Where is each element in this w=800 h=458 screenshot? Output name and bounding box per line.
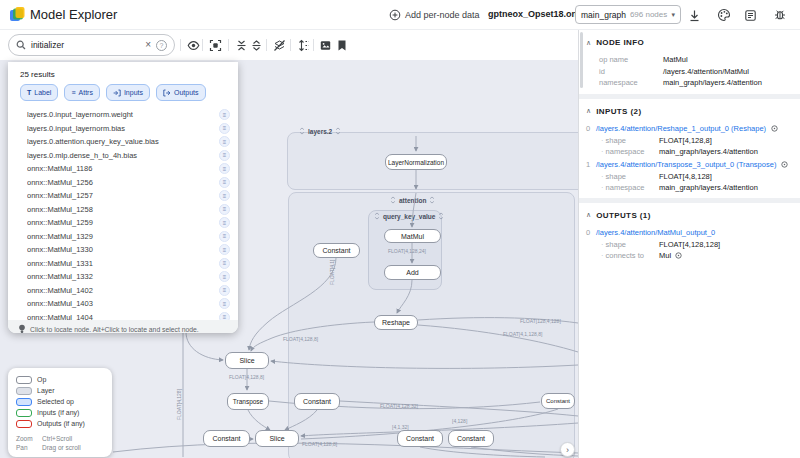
legend-selected-op-swatch xyxy=(16,398,32,406)
locate-node-icon[interactable]: ≡ xyxy=(219,285,230,296)
filter-chip-inputs[interactable]: Inputs xyxy=(106,84,150,101)
list-item[interactable]: onnx::MatMul_1402≡ xyxy=(8,284,238,298)
node-info-section-header[interactable]: ∧ NODE INFO xyxy=(586,36,800,49)
list-item[interactable]: onnx::MatMul_1259≡ xyxy=(8,216,238,230)
search-results-list: layers.0.input_layernorm.weight≡ layers.… xyxy=(8,108,238,320)
locate-node-icon[interactable]: ≡ xyxy=(219,298,230,309)
graph-node-constant[interactable]: Constant xyxy=(397,430,443,447)
list-item[interactable]: onnx::MatMul_1258≡ xyxy=(8,203,238,217)
locate-node-icon[interactable]: ≡ xyxy=(219,217,230,228)
outputs-section-header[interactable]: ∧ OUTPUTS (1) xyxy=(586,209,800,222)
graph-node-reshape[interactable]: Reshape xyxy=(374,315,418,330)
graph-node-slice[interactable]: Slice xyxy=(225,352,269,369)
locate-node-icon[interactable]: ≡ xyxy=(219,150,230,161)
download-png-button[interactable] xyxy=(318,38,332,52)
locate-node-icon[interactable]: ≡ xyxy=(219,271,230,282)
panel-collapse-button[interactable]: › xyxy=(560,442,575,457)
search-help-icon[interactable]: ? xyxy=(156,40,167,51)
locate-node-icon[interactable]: ≡ xyxy=(219,123,230,134)
locate-node-icon[interactable]: ≡ xyxy=(219,244,230,255)
locate-node-icon[interactable]: ≡ xyxy=(219,177,230,188)
node-info-row: id/layers.4/attention/MatMul xyxy=(599,66,800,78)
input-node-link[interactable]: /layers.4/attention/Transpose_3_output_0… xyxy=(596,160,776,169)
clear-search-icon[interactable]: × xyxy=(145,40,151,50)
add-per-node-data-button[interactable]: Add per-node data xyxy=(389,5,480,25)
graph-node-matmul[interactable]: MatMul xyxy=(384,229,441,243)
flatten-layers-button[interactable] xyxy=(272,38,286,52)
flag-bookmark-button[interactable] xyxy=(335,38,349,52)
list-item[interactable]: onnx::MatMul_1404≡ xyxy=(8,311,238,321)
list-item[interactable]: onnx::MatMul_1256≡ xyxy=(8,176,238,190)
trace-io-button[interactable] xyxy=(296,38,310,52)
chevron-up-icon: ∧ xyxy=(586,39,591,47)
node-info-row: namespacemain_graph/layers.4/attention xyxy=(599,77,800,89)
locate-node-icon[interactable]: ≡ xyxy=(219,204,230,215)
list-item[interactable]: onnx::MatMul_1186≡ xyxy=(8,162,238,176)
expand-all-layers-button[interactable] xyxy=(249,38,263,52)
graph-node-constant[interactable]: Constant xyxy=(203,430,250,447)
list-item[interactable]: onnx::MatMul_1329≡ xyxy=(8,230,238,244)
search-input[interactable] xyxy=(31,40,140,50)
graph-node-constant[interactable]: Constant xyxy=(541,393,575,409)
fit-to-screen-button[interactable] xyxy=(208,38,222,52)
collapse-all-layers-button[interactable] xyxy=(234,38,248,52)
report-bug-button[interactable] xyxy=(772,7,788,23)
locate-node-icon[interactable]: ≡ xyxy=(219,109,230,120)
output-node-link[interactable]: /layers.4/attention/MatMul_output_0 xyxy=(596,228,715,237)
add-circle-icon xyxy=(389,9,401,21)
locate-target-icon[interactable] xyxy=(674,251,683,260)
list-item[interactable]: onnx::MatMul_1332≡ xyxy=(8,270,238,284)
download-graph-button[interactable] xyxy=(686,7,702,23)
search-box[interactable]: × ? xyxy=(8,34,175,56)
locate-target-icon[interactable] xyxy=(780,160,789,169)
graph-node-constant[interactable]: Constant xyxy=(448,430,494,447)
toggle-visibility-button[interactable] xyxy=(186,38,200,52)
graph-selector[interactable]: main_graph 696 nodes ▾ xyxy=(575,5,681,24)
locate-target-icon[interactable] xyxy=(770,124,779,133)
inputs-section-header[interactable]: ∧ INPUTS (2) xyxy=(586,105,800,118)
label-icon: T xyxy=(27,89,31,96)
divider xyxy=(228,39,229,51)
locate-node-icon[interactable]: ≡ xyxy=(219,163,230,174)
app-header: Model Explorer Add per-node data gptneox… xyxy=(0,0,800,30)
locate-node-icon[interactable]: ≡ xyxy=(219,231,230,242)
list-item[interactable]: onnx::MatMul_1330≡ xyxy=(8,243,238,257)
panel-scrollbar[interactable] xyxy=(580,32,583,88)
list-item[interactable]: onnx::MatMul_1257≡ xyxy=(8,189,238,203)
app-title: Model Explorer xyxy=(30,7,117,22)
attrs-icon: ≡ xyxy=(71,89,75,96)
graph-node-add[interactable]: Add xyxy=(384,265,441,280)
list-item[interactable]: layers.0.input_layernorm.bias≡ xyxy=(8,122,238,136)
locate-node-icon[interactable]: ≡ xyxy=(219,190,230,201)
graph-node-transpose[interactable]: Transpose xyxy=(227,393,269,410)
input-node-link[interactable]: /layers.4/attention/Reshape_1_output_0 (… xyxy=(596,124,766,133)
theme-palette-button[interactable] xyxy=(716,7,732,23)
list-item[interactable]: onnx::MatMul_1403≡ xyxy=(8,297,238,311)
locate-node-icon[interactable]: ≡ xyxy=(219,258,230,269)
list-item[interactable]: layers.0.attention.query_key_value.bias≡ xyxy=(8,135,238,149)
input-item: 0 /layers.4/attention/Reshape_1_output_0… xyxy=(586,123,800,134)
filter-chip-label[interactable]: T Label xyxy=(20,84,58,101)
docs-article-button[interactable] xyxy=(742,7,758,23)
list-item[interactable]: layers.0.input_layernorm.weight≡ xyxy=(8,108,238,122)
lightbulb-icon xyxy=(18,324,26,333)
locate-node-icon[interactable]: ≡ xyxy=(219,136,230,147)
chevron-up-icon: ∧ xyxy=(586,107,591,115)
legend-layer-swatch xyxy=(16,387,32,395)
locate-node-icon[interactable]: ≡ xyxy=(219,312,230,320)
chevron-down-icon: ▾ xyxy=(671,11,675,19)
graph-node-slice[interactable]: Slice xyxy=(255,430,299,447)
edge-label: FLOAT[128,4,128] xyxy=(520,318,561,324)
divider xyxy=(202,39,203,51)
list-item[interactable]: layers.0.mlp.dense_h_to_4h.bias≡ xyxy=(8,149,238,163)
filter-chip-outputs[interactable]: Outputs xyxy=(156,84,206,101)
list-item[interactable]: onnx::MatMul_1331≡ xyxy=(8,257,238,271)
model-explorer-logo xyxy=(9,6,26,23)
edge-label: FLOAT[4,1,128,8] xyxy=(503,331,542,337)
edge-label: FLOAT[4,128,8] xyxy=(283,336,318,342)
graph-node-constant[interactable]: Constant xyxy=(313,243,360,258)
graph-node-layernormalization[interactable]: LayerNormalization xyxy=(385,154,447,170)
filter-chip-attrs[interactable]: ≡ Attrs xyxy=(64,84,99,101)
graph-toolbar: × ? xyxy=(0,30,578,60)
graph-node-constant[interactable]: Constant xyxy=(294,393,340,410)
